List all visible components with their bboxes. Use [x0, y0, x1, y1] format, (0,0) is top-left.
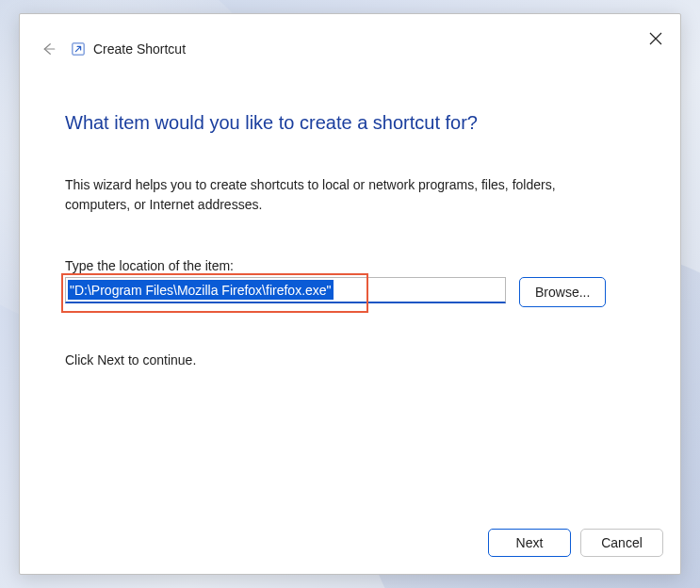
dialog-content: What item would you like to create a sho…	[20, 67, 680, 515]
close-button[interactable]	[644, 27, 667, 50]
back-button[interactable]	[37, 38, 59, 60]
location-input[interactable]	[65, 277, 506, 303]
cancel-button[interactable]: Cancel	[580, 529, 663, 557]
dialog-footer: Next Cancel	[20, 515, 680, 574]
shortcut-icon	[71, 41, 86, 57]
wizard-heading: What item would you like to create a sho…	[65, 112, 635, 134]
browse-button[interactable]: Browse...	[519, 277, 606, 307]
location-label: Type the location of the item:	[65, 258, 635, 273]
location-input-wrap: "D:\Program Files\Mozilla Firefox\firefo…	[65, 277, 506, 303]
continue-hint: Click Next to continue.	[65, 352, 635, 368]
wizard-description: This wizard helps you to create shortcut…	[65, 175, 593, 215]
next-button[interactable]: Next	[488, 529, 571, 557]
location-row: "D:\Program Files\Mozilla Firefox\firefo…	[65, 277, 635, 307]
create-shortcut-dialog: Create Shortcut What item would you like…	[19, 13, 681, 575]
dialog-title: Create Shortcut	[93, 41, 186, 57]
dialog-header: Create Shortcut	[20, 14, 680, 67]
